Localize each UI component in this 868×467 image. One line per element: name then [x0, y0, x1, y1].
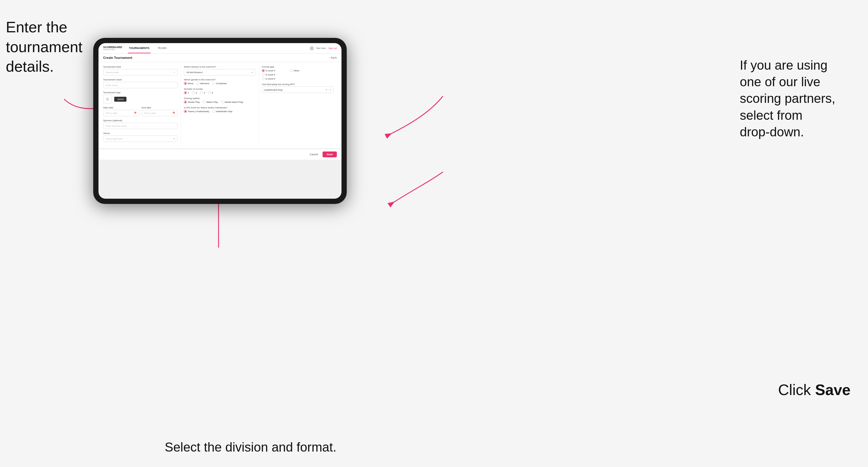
live-scoring-label: Use third-party live scoring API? [262, 83, 334, 86]
format-5count4-radio[interactable] [262, 69, 265, 72]
logo-label: Tournament logo [103, 91, 178, 94]
gender-womens-radio[interactable] [196, 82, 199, 85]
rounds-4[interactable]: 4 [208, 91, 213, 94]
cancel-button[interactable]: Cancel [307, 152, 320, 157]
logo-row: 🖼 Upload [103, 95, 178, 103]
format-type-label: Format type [262, 66, 334, 68]
rounds-4-radio[interactable] [208, 91, 211, 94]
gender-womens[interactable]: Womens [196, 82, 209, 85]
form-group-gender: Which gender is the event for? Mens Wome… [184, 79, 255, 85]
format-6count5-radio[interactable] [262, 77, 265, 80]
format-other[interactable]: Other [290, 69, 300, 72]
format-6count4-radio[interactable] [262, 73, 265, 76]
gender-radio-group: Mens Womens Combined [184, 82, 255, 85]
form-group-start-date: Start date Pick a date 📅 [103, 106, 139, 116]
logo-placeholder: 🖼 [103, 95, 112, 103]
tablet-screen: SCOREBOARD Powered by Clipp TOURNAMENTS … [98, 43, 341, 199]
form-footer: Cancel Save [98, 149, 341, 160]
create-header: Create Tournament ‹ Back [98, 54, 341, 62]
live-scoring-clear[interactable]: ✕ [326, 89, 328, 91]
save-button[interactable]: Save [322, 152, 337, 157]
tab-teams[interactable]: TEAMS [156, 43, 168, 53]
format-5count4[interactable]: 5 count 4 [262, 69, 275, 72]
gender-mens[interactable]: Mens [184, 82, 193, 85]
host-label: Tournament Host [103, 66, 178, 68]
start-date-input[interactable]: Pick a date 📅 [103, 110, 139, 116]
event-type-individuals[interactable]: Individuals Only [212, 110, 232, 113]
annotation-live-scoring: If you are using one of our live scoring… [740, 57, 862, 140]
form-group-end-date: End date Pick a date 📅 [142, 106, 178, 116]
back-link[interactable]: ‹ Back [329, 56, 337, 59]
nav-user-area: Test User Sign out [310, 46, 337, 51]
form-group-host: Tournament Host Search team ▼ [103, 66, 178, 75]
upload-button[interactable]: Upload [114, 97, 126, 102]
name-label: Tournament name [103, 79, 178, 81]
end-date-label: End date [142, 106, 178, 109]
rounds-3[interactable]: 3 [200, 91, 205, 94]
division-label: Which division is the event for? [184, 66, 255, 68]
scoring-stroke-radio[interactable] [184, 100, 187, 103]
form-group-scoring: Scoring system Stroke Play Match Play [184, 97, 255, 103]
scoring-label: Scoring system [184, 97, 255, 100]
form-group-logo: Tournament logo 🖼 Upload [103, 91, 178, 103]
annotation-enter-tournament: Enter the tournament details. [6, 18, 87, 76]
form-group-name: Tournament name Enter name [103, 79, 178, 88]
sponsor-label: Sponsor (optional) [103, 119, 178, 122]
format-6count4[interactable]: 6 count 4 [262, 73, 334, 76]
sign-out-link[interactable]: Sign out [329, 47, 337, 50]
gender-label: Which gender is the event for? [184, 79, 255, 81]
event-type-label: Is this event for Teams and/or Individua… [184, 106, 255, 109]
gender-combined[interactable]: Combined [212, 82, 226, 85]
gender-mens-radio[interactable] [184, 82, 187, 85]
gender-combined-radio[interactable] [212, 82, 215, 85]
event-type-radio-group: Teams (+Individuals) Individuals Only [184, 110, 255, 113]
form-group-venue: Venue Search golf club ▼ [103, 132, 178, 142]
form-group-format-type: Format type 5 count 4 Other [262, 66, 334, 80]
end-date-input[interactable]: Pick a date 📅 [142, 110, 178, 116]
form-body: Tournament Host Search team ▼ Tournament… [98, 62, 341, 148]
form-col-middle: Which division is the event for? NCAA Di… [181, 66, 259, 145]
app-navbar: SCOREBOARD Powered by Clipp TOURNAMENTS … [98, 43, 341, 54]
format-type-options: 5 count 4 Other 6 count 4 [262, 69, 334, 80]
form-group-dates: Start date Pick a date 📅 End date Pick a… [103, 106, 178, 116]
avatar [310, 46, 314, 51]
format-other-radio[interactable] [290, 69, 293, 72]
scoring-match-radio[interactable] [203, 100, 206, 103]
date-row: Start date Pick a date 📅 End date Pick a… [103, 106, 178, 116]
tab-tournaments[interactable]: TOURNAMENTS [128, 43, 151, 53]
rounds-radio-group: 1 2 3 4 [184, 91, 255, 94]
annotation-click-save: Click Save [778, 380, 850, 400]
rounds-2[interactable]: 2 [192, 91, 197, 94]
name-input[interactable]: Enter name [103, 82, 178, 88]
form-group-rounds: Number of rounds 1 2 3 [184, 88, 255, 94]
event-type-teams[interactable]: Teams (+Individuals) [184, 110, 209, 113]
form-group-division: Which division is the event for? NCAA Di… [184, 66, 255, 75]
host-input[interactable]: Search team ▼ [103, 69, 178, 75]
scoring-match[interactable]: Match Play [203, 100, 218, 103]
form-col-right: Format type 5 count 4 Other [259, 66, 337, 145]
user-name: Test User [316, 47, 326, 50]
venue-input[interactable]: Search golf club ▼ [103, 135, 178, 142]
rounds-2-radio[interactable] [192, 91, 195, 94]
live-scoring-select[interactable]: Leaderboard King ✕ | ▼ [262, 87, 334, 93]
venue-label: Venue [103, 132, 178, 134]
tablet-frame: SCOREBOARD Powered by Clipp TOURNAMENTS … [93, 38, 347, 204]
rounds-1-radio[interactable] [184, 91, 187, 94]
event-type-teams-radio[interactable] [184, 110, 187, 113]
scoring-radio-group: Stroke Play Match Play Medal Match Play [184, 100, 255, 103]
form-group-event-type: Is this event for Teams and/or Individua… [184, 106, 255, 113]
scoring-medal-radio[interactable] [221, 100, 224, 103]
format-row-1: 5 count 4 Other [262, 69, 334, 72]
sponsor-input[interactable]: Enter sponsor name [103, 123, 178, 129]
format-6count5[interactable]: 6 count 5 [262, 77, 334, 80]
event-type-individuals-radio[interactable] [212, 110, 215, 113]
scoring-stroke[interactable]: Stroke Play [184, 100, 199, 103]
division-select[interactable]: NCAA Division I ▼ [184, 69, 255, 75]
create-title: Create Tournament [103, 56, 132, 59]
scoring-medal-match[interactable]: Medal Match Play [221, 100, 243, 103]
form-group-live-scoring: Use third-party live scoring API? Leader… [262, 83, 334, 93]
form-col-left: Tournament Host Search team ▼ Tournament… [103, 66, 181, 145]
rounds-1[interactable]: 1 [184, 91, 189, 94]
form-group-sponsor: Sponsor (optional) Enter sponsor name [103, 119, 178, 129]
rounds-3-radio[interactable] [200, 91, 203, 94]
